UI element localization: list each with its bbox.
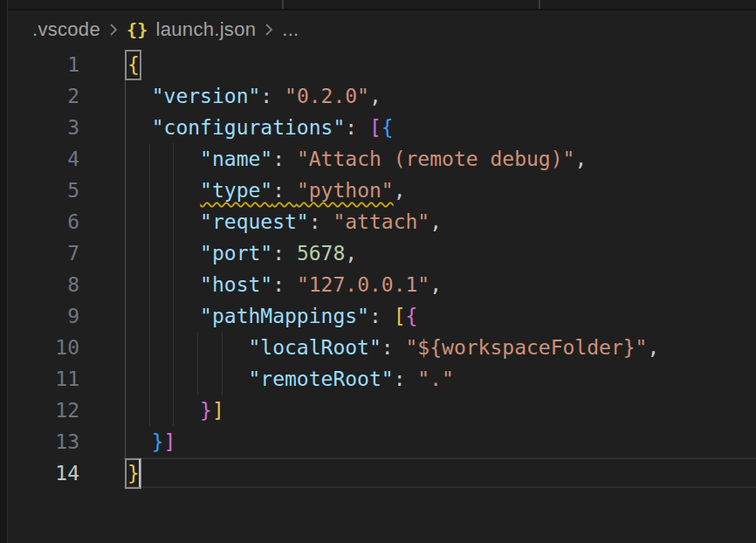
code-token: "localRoot" — [248, 336, 381, 359]
code-text: }] — [127, 426, 175, 457]
line-number[interactable]: 3 — [0, 112, 79, 143]
code-text: "name": "Attach (remote debug)", — [127, 143, 587, 175]
code-token: , — [369, 85, 381, 107]
line-number[interactable]: 8 — [0, 269, 79, 300]
line-number[interactable]: 10 — [0, 332, 79, 363]
code-token: } — [152, 430, 164, 453]
code-token: , — [345, 242, 357, 265]
indent-guide-line — [125, 363, 126, 395]
indent-guide-line — [125, 426, 126, 457]
tab-bar-edge[interactable] — [8, 0, 756, 10]
code-line[interactable]: 10 "localRoot": "${workspaceFolder}", — [0, 332, 756, 363]
tab-separator — [282, 0, 284, 9]
code-token: "python" — [297, 179, 394, 202]
code-text: "request": "attach", — [127, 206, 442, 237]
code-text: "host": "127.0.0.1", — [127, 269, 442, 300]
code-token: : — [345, 116, 369, 139]
code-token: "port" — [200, 242, 272, 265]
indent-guide-line — [125, 395, 126, 426]
code-token: "pathMappings" — [200, 305, 369, 327]
code-line[interactable]: 3 "configurations": [{ — [0, 112, 756, 143]
code-token: "request" — [200, 210, 309, 233]
code-token: "${workspaceFolder}" — [406, 336, 648, 359]
code-token: , — [430, 210, 442, 233]
code-token: "remoteRoot" — [248, 368, 393, 390]
line-number[interactable]: 13 — [0, 426, 79, 457]
code-text: }] — [127, 395, 224, 426]
indent-guide-line — [125, 175, 126, 206]
line-number[interactable]: 7 — [0, 237, 79, 269]
code-text: "localRoot": "${workspaceFolder}", — [127, 332, 659, 363]
code-token: { — [127, 53, 140, 76]
indent-guide-line — [125, 332, 126, 363]
code-token: , — [647, 336, 659, 359]
code-token: , — [574, 148, 587, 170]
code-line[interactable]: 6 "request": "attach", — [0, 206, 756, 237]
code-token: [ — [394, 305, 406, 327]
code-token: "type" — [200, 179, 272, 202]
code-line[interactable]: 14} — [0, 457, 756, 489]
code-token: : — [272, 148, 297, 170]
code-line[interactable]: 5 "type": "python", — [0, 175, 756, 206]
indent-guide-line — [125, 269, 126, 300]
code-token: "configurations" — [152, 116, 346, 139]
indent-guide-line — [125, 80, 126, 112]
code-line[interactable]: 13 }] — [0, 426, 756, 457]
code-text: "type": "python", — [127, 175, 406, 206]
code-text: "remoteRoot": "." — [127, 363, 454, 395]
code-token: "host" — [200, 273, 272, 296]
code-area[interactable]: 1{2 "version": "0.2.0",3 "configurations… — [0, 49, 756, 489]
code-line[interactable]: 1{ — [0, 49, 756, 80]
code-token: "Attach (remote debug)" — [297, 148, 575, 170]
code-line[interactable]: 12 }] — [0, 395, 756, 426]
code-token: , — [430, 273, 442, 296]
code-token: : — [394, 368, 418, 390]
breadcrumb: .vscode {} launch.json ... — [8, 10, 756, 49]
code-token: ] — [164, 430, 176, 453]
line-number[interactable]: 14 — [0, 457, 79, 489]
line-number[interactable]: 11 — [0, 363, 79, 395]
code-token: "127.0.0.1" — [297, 273, 430, 296]
code-token: : — [272, 273, 297, 296]
line-number[interactable]: 6 — [0, 206, 79, 237]
chevron-right-icon — [108, 21, 119, 38]
code-token: , — [394, 179, 406, 202]
code-line[interactable]: 11 "remoteRoot": "." — [0, 363, 756, 395]
indent-guide-line — [125, 300, 126, 332]
indent-guide-line — [125, 143, 126, 175]
code-text: } — [127, 457, 140, 489]
indent-guide-line — [125, 112, 126, 143]
code-token: : — [272, 242, 297, 265]
code-token: 5678 — [297, 242, 345, 265]
code-token: "0.2.0" — [285, 85, 369, 107]
code-line[interactable]: 4 "name": "Attach (remote debug)", — [0, 143, 756, 175]
code-token: : — [369, 305, 394, 327]
breadcrumb-file[interactable]: launch.json — [156, 18, 257, 41]
line-number[interactable]: 4 — [0, 143, 79, 175]
code-line[interactable]: 8 "host": "127.0.0.1", — [0, 269, 756, 300]
indent-guide-line — [125, 237, 126, 269]
json-braces-icon: {} — [127, 19, 148, 40]
text-cursor — [139, 459, 141, 487]
code-line[interactable]: 9 "pathMappings": [{ — [0, 300, 756, 332]
tab-separator — [539, 0, 540, 9]
breadcrumb-folder[interactable]: .vscode — [32, 18, 100, 41]
code-text: { — [127, 49, 140, 80]
code-token: } — [200, 399, 212, 422]
code-line[interactable]: 7 "port": 5678, — [0, 237, 756, 269]
code-token: { — [381, 116, 394, 139]
breadcrumb-symbol-more[interactable]: ... — [282, 18, 299, 41]
code-token: } — [127, 462, 140, 485]
code-line[interactable]: 2 "version": "0.2.0", — [0, 80, 756, 112]
line-number[interactable]: 9 — [0, 300, 79, 332]
code-token: { — [406, 305, 418, 327]
line-number[interactable]: 2 — [0, 80, 79, 112]
line-number[interactable]: 5 — [0, 175, 79, 206]
code-token: : — [272, 179, 297, 202]
code-token: : — [381, 336, 406, 359]
code-text: "port": 5678, — [127, 237, 357, 269]
code-token: : — [309, 210, 333, 233]
code-text: "configurations": [{ — [127, 112, 394, 143]
line-number[interactable]: 1 — [0, 49, 79, 80]
line-number[interactable]: 12 — [0, 395, 79, 426]
